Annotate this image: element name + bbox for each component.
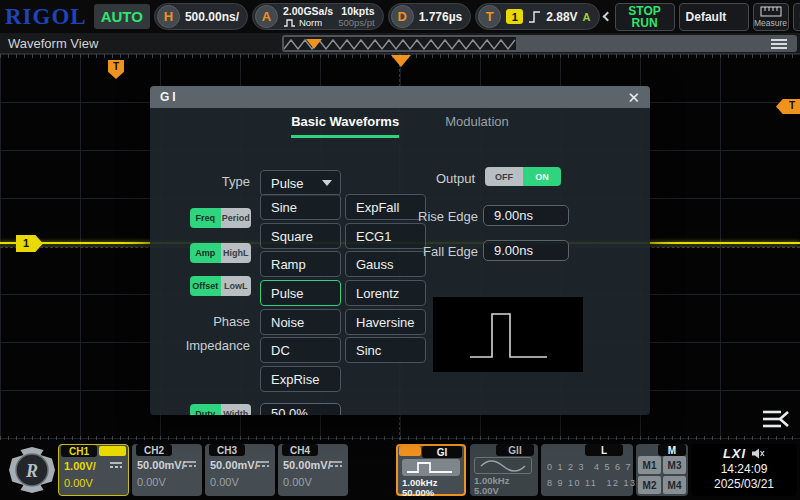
horizontal-scale-value: 500.00ns/ <box>185 10 239 24</box>
freq-option[interactable]: Freq <box>190 208 221 228</box>
trigger-source-badge: 1 <box>506 9 523 24</box>
waveform-label: Sinc <box>356 343 381 358</box>
overview-menu-icon[interactable] <box>771 39 787 51</box>
highl-option[interactable]: HighL <box>221 243 252 263</box>
overview-position-marker[interactable] <box>306 39 322 49</box>
output-label: Output <box>375 171 475 186</box>
dialog-title-bar[interactable]: GI ✕ <box>150 86 650 108</box>
delay-settings-button[interactable]: D 1.776µs <box>388 3 472 30</box>
trigger-settings-button[interactable]: T 1 2.88V A <box>475 3 599 30</box>
waveform-view-tab[interactable]: Waveform View <box>8 36 98 51</box>
duty-width-toggle[interactable]: Duty Width <box>190 404 251 415</box>
offset-option[interactable]: Offset <box>190 276 221 296</box>
gen1-pulse-icon <box>402 459 460 476</box>
waveform-lorentz-button[interactable]: Lorentz <box>345 280 426 306</box>
waveform-dc-button[interactable]: DC <box>260 337 341 363</box>
amp-option[interactable]: Amp <box>190 243 221 263</box>
type-dropdown[interactable]: Pulse <box>260 170 341 196</box>
memory-depth-value: 10kpts <box>338 6 374 17</box>
period-option[interactable]: Period <box>221 208 252 228</box>
waveform-label: DC <box>271 343 290 358</box>
lowl-option[interactable]: LowL <box>221 276 252 296</box>
svg-text:R: R <box>25 461 38 481</box>
ch4-tab: CH4 <box>282 444 318 456</box>
ch2-box[interactable]: CH2 50.00mV/ 0.00V <box>132 444 202 496</box>
rising-edge-icon <box>528 9 541 24</box>
trigger-mode-badge[interactable]: AUTO <box>94 4 150 29</box>
freq-period-toggle[interactable]: Freq Period <box>190 208 251 228</box>
acquire-mode-value: Norm <box>299 17 322 28</box>
timebase-overview-bar[interactable] <box>282 35 797 52</box>
trigger-level-value: 2.88V <box>546 10 577 24</box>
fall-edge-field[interactable]: 9.00ns <box>483 240 569 261</box>
ch3-box[interactable]: CH3 50.00mV/ 0.00V <box>205 444 275 496</box>
flex-knob-button[interactable]: Flex Kno <box>793 3 800 31</box>
offset-lowl-toggle[interactable]: Offset LowL <box>190 276 251 296</box>
tab-basic-waveforms[interactable]: Basic Waveforms <box>291 114 399 138</box>
output-off-option[interactable]: OFF <box>485 167 523 186</box>
scroll-left-icon[interactable] <box>602 12 612 22</box>
speaker-muted-icon <box>751 448 765 459</box>
fall-edge-label: Fall Edge <box>378 244 478 259</box>
width-option[interactable]: Width <box>221 404 252 415</box>
math-m4-button[interactable]: M4 <box>663 476 686 494</box>
run-stop-button[interactable]: STOP RUN <box>615 3 675 31</box>
clock-time: 14:24:09 <box>691 461 797 477</box>
ch4-offset: 0.00V <box>283 476 312 488</box>
trigger-position-marker[interactable] <box>391 55 411 67</box>
waveform-haversine-button[interactable]: Haversine <box>345 309 426 335</box>
acquire-settings-button[interactable]: A 2.00GSa/s Norm 10kpts 500ps/pt <box>252 3 384 30</box>
math-tab: M <box>658 444 686 456</box>
view-tab-bar: Waveform View <box>0 33 800 54</box>
waveform-label: Sine <box>271 200 297 215</box>
ch1-box[interactable]: CH1 1.00V/ 0.00V <box>58 444 129 496</box>
dc-coupling-icon <box>183 460 197 468</box>
impedance-label: Impedance <box>150 338 250 353</box>
math-box[interactable]: M M1 M3 M2 M4 <box>636 444 688 496</box>
default-button[interactable]: Default <box>679 3 749 31</box>
clock-date: 2025/03/21 <box>691 477 797 491</box>
ch2-scale: 50.00mV/ <box>137 459 185 471</box>
waveform-label: Square <box>271 229 313 244</box>
rise-edge-field[interactable]: 9.00ns <box>483 205 569 226</box>
waveform-sinc-button[interactable]: Sinc <box>345 337 426 363</box>
ch4-box[interactable]: CH4 50.00mV/ 0.00V <box>278 444 348 496</box>
duty-value-field[interactable]: 50.0% <box>260 403 341 415</box>
math-m1-button[interactable]: M1 <box>638 456 661 474</box>
close-icon[interactable]: ✕ <box>627 90 640 105</box>
dc-coupling-icon <box>329 460 343 468</box>
tab-modulation[interactable]: Modulation <box>445 114 509 138</box>
dialog-title: GI <box>160 90 179 104</box>
measure-button[interactable]: Measure <box>753 3 789 31</box>
ch3-scale: 50.00mV/ <box>210 459 258 471</box>
logic-box[interactable]: L 0 1 2 3 4 5 6 7 8 9 10 11 12 13 14 15 <box>541 444 633 496</box>
trigger-level-marker[interactable]: T <box>776 99 800 114</box>
rise-edge-label: Rise Edge <box>378 209 478 224</box>
gen1-box[interactable]: GI 1.00kHz 50.00% <box>396 444 466 496</box>
ch1-ground-marker[interactable]: 1 <box>16 235 43 252</box>
horizontal-key-icon: H <box>157 5 180 28</box>
waveform-exprise-button[interactable]: ExpRise <box>260 366 341 392</box>
math-m2-button[interactable]: M2 <box>638 476 661 494</box>
output-toggle[interactable]: OFF ON <box>485 167 561 186</box>
waveform-noise-button[interactable]: Noise <box>260 309 341 335</box>
duty-option[interactable]: Duty <box>190 404 221 415</box>
waveform-pulse-button[interactable]: Pulse <box>260 280 341 306</box>
gen2-sine-icon <box>474 457 532 474</box>
math-m3-button[interactable]: M3 <box>663 456 686 474</box>
waveform-label: Haversine <box>356 315 415 330</box>
side-menu-icon[interactable] <box>760 408 790 430</box>
lxi-status-box[interactable]: LXI 14:24:09 2025/03/21 <box>691 444 797 496</box>
trigger-time-flag[interactable]: T <box>108 60 124 79</box>
top-status-bar: RIGOL AUTO H 500.00ns/ A 2.00GSa/s Norm … <box>0 0 800 33</box>
waveform-square-button[interactable]: Square <box>260 223 341 249</box>
digital-group-8-11: 8 9 10 11 <box>547 478 597 488</box>
ch1-tab: CH1 <box>61 445 97 457</box>
horizontal-settings-button[interactable]: H 500.00ns/ <box>154 3 248 30</box>
waveform-sine-button[interactable]: Sine <box>260 194 341 220</box>
amp-highl-toggle[interactable]: Amp HighL <box>190 243 251 263</box>
fall-edge-value: 9.00ns <box>494 243 533 258</box>
output-on-option[interactable]: ON <box>523 167 561 186</box>
waveform-ramp-button[interactable]: Ramp <box>260 251 341 277</box>
gen2-box[interactable]: GII 1.00kHz 5.00V <box>470 444 538 496</box>
